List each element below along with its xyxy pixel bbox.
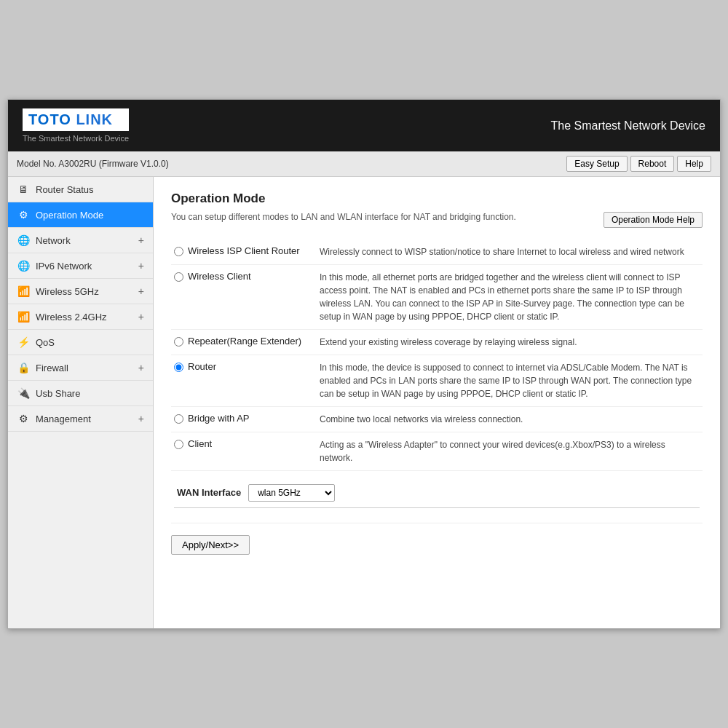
wireless5-icon: 📶 <box>17 285 30 297</box>
header-tagline: The Smartest Network Device <box>550 119 705 132</box>
router-label: Router <box>188 361 216 372</box>
sidebar-item-label-operation-mode: Operation Mode <box>36 210 103 221</box>
repeater-desc: Extend your existing wireless coverage b… <box>317 330 703 355</box>
sidebar-item-usb-share[interactable]: 🔌 Usb Share <box>8 381 153 406</box>
sidebar-item-label-usb: Usb Share <box>36 388 80 399</box>
sidebar-item-label-wireless24: Wireless 2.4GHz <box>36 312 107 323</box>
sidebar-item-ipv6-network[interactable]: 🌐 IPv6 Network + <box>8 253 153 279</box>
help-button[interactable]: Help <box>677 156 711 172</box>
network-expand-icon: + <box>138 234 144 246</box>
repeater-radio[interactable] <box>174 337 183 347</box>
logo-subtitle: The Smartest Network Device <box>23 134 129 143</box>
logo-link: LINK <box>76 111 113 127</box>
page-title: Operation Mode <box>171 191 703 206</box>
mode-table: Wireless ISP Client Router Wirelessly co… <box>171 240 703 523</box>
management-expand-icon: + <box>138 413 144 424</box>
bridge-ap-label: Bridge with AP <box>188 413 250 424</box>
repeater-radio-label[interactable]: Repeater(Range Extender) <box>174 336 314 347</box>
easy-setup-button[interactable]: Easy Setup <box>566 156 627 172</box>
sidebar-item-wireless-24ghz[interactable]: 📶 Wireless 2.4GHz + <box>8 304 153 330</box>
bridge-ap-radio-label[interactable]: Bridge with AP <box>174 413 314 424</box>
wireless5-expand-icon: + <box>138 285 144 297</box>
network-icon: 🌐 <box>17 234 30 246</box>
sidebar-item-label-ipv6: IPv6 Network <box>36 261 92 272</box>
model-buttons: Easy Setup Reboot Help <box>566 156 711 172</box>
wisp-radio-label[interactable]: Wireless ISP Client Router <box>174 245 314 256</box>
router-radio-label[interactable]: Router <box>174 361 314 372</box>
router-status-icon: 🖥 <box>17 183 30 195</box>
apply-next-button[interactable]: Apply/Next>> <box>171 535 250 555</box>
sidebar-item-label-qos: QoS <box>36 337 55 348</box>
wireless-client-label: Wireless Client <box>188 271 251 282</box>
wan-interface-label: WAN Interface <box>177 486 241 500</box>
wisp-radio[interactable] <box>174 247 183 256</box>
sidebar: 🖥 Router Status ⚙ Operation Mode 🌐 Netwo… <box>8 177 154 628</box>
wireless-client-desc: In this mode, all ethernet ports are bri… <box>317 265 703 330</box>
sidebar-item-label-network: Network <box>36 235 71 246</box>
wireless24-icon: 📶 <box>17 311 30 323</box>
table-row: Repeater(Range Extender) Extend your exi… <box>171 330 703 355</box>
firewall-icon: 🔒 <box>17 362 30 373</box>
repeater-label: Repeater(Range Extender) <box>188 336 301 347</box>
main-layout: 🖥 Router Status ⚙ Operation Mode 🌐 Netwo… <box>8 177 720 628</box>
usb-icon: 🔌 <box>17 387 30 399</box>
reboot-button[interactable]: Reboot <box>630 156 675 172</box>
wireless-client-radio-label[interactable]: Wireless Client <box>174 271 314 282</box>
header: TOTO LINK The Smartest Network Device Th… <box>8 100 720 151</box>
wan-interface-row: WAN Interface wlan 5GHz wlan 2.4GHz <box>171 471 703 523</box>
firewall-expand-icon: + <box>138 362 144 373</box>
sidebar-item-router-status[interactable]: 🖥 Router Status <box>8 177 153 202</box>
section-divider <box>174 507 700 508</box>
router-desc: In this mode, the device is supposed to … <box>317 355 703 407</box>
sidebar-item-firewall[interactable]: 🔒 Firewall + <box>8 355 153 381</box>
wan-interface-select[interactable]: wlan 5GHz wlan 2.4GHz <box>248 484 335 502</box>
page-description: You can setup different modes to LAN and… <box>171 212 516 222</box>
logo-toto: TOTO <box>28 111 71 127</box>
ipv6-icon: 🌐 <box>17 260 30 272</box>
sidebar-item-network[interactable]: 🌐 Network + <box>8 228 153 253</box>
sidebar-item-operation-mode[interactable]: ⚙ Operation Mode <box>8 202 153 228</box>
client-radio-label[interactable]: Client <box>174 438 314 449</box>
bridge-ap-radio[interactable] <box>174 414 183 424</box>
content-area: Operation Mode You can setup different m… <box>154 177 720 628</box>
sidebar-item-label-firewall: Firewall <box>36 363 68 373</box>
table-row: Wireless Client In this mode, all ethern… <box>171 265 703 330</box>
table-row: Bridge with AP Combine two local network… <box>171 407 703 432</box>
management-icon: ⚙ <box>17 413 30 424</box>
bridge-ap-desc: Combine two local networks via wireless … <box>317 407 703 432</box>
sidebar-item-qos[interactable]: ⚡ QoS <box>8 330 153 355</box>
wireless-client-radio[interactable] <box>174 272 183 282</box>
table-row: Wireless ISP Client Router Wirelessly co… <box>171 240 703 265</box>
model-bar: Model No. A3002RU (Firmware V1.0.0) Easy… <box>8 151 720 177</box>
client-label: Client <box>188 438 212 449</box>
logo-area: TOTO LINK The Smartest Network Device <box>23 108 129 143</box>
table-row: Router In this mode, the device is suppo… <box>171 355 703 407</box>
operation-mode-help-button[interactable]: Operation Mode Help <box>604 212 703 228</box>
ipv6-expand-icon: + <box>138 260 144 272</box>
app-wrapper: TOTO LINK The Smartest Network Device Th… <box>7 99 721 629</box>
sidebar-item-label-management: Management <box>36 414 91 424</box>
page-desc-row: You can setup different modes to LAN and… <box>171 212 703 228</box>
wan-interface-group: WAN Interface wlan 5GHz wlan 2.4GHz <box>174 477 700 505</box>
sidebar-item-label-wireless5: Wireless 5GHz <box>36 286 99 297</box>
table-row: Client Acting as a "Wireless Adapter" to… <box>171 432 703 471</box>
wisp-label: Wireless ISP Client Router <box>188 245 300 256</box>
sidebar-item-wireless-5ghz[interactable]: 📶 Wireless 5GHz + <box>8 279 153 304</box>
operation-mode-icon: ⚙ <box>17 209 30 221</box>
client-desc: Acting as a "Wireless Adapter" to connec… <box>317 432 703 471</box>
client-radio[interactable] <box>174 440 183 449</box>
logo-box: TOTO LINK <box>23 108 129 131</box>
router-radio[interactable] <box>174 363 183 372</box>
logo-text: TOTO LINK <box>28 111 113 127</box>
wisp-desc: Wirelessly connect to WISP station/notic… <box>317 240 703 265</box>
sidebar-item-label-router-status: Router Status <box>36 184 94 195</box>
qos-icon: ⚡ <box>17 336 30 348</box>
sidebar-item-management[interactable]: ⚙ Management + <box>8 406 153 432</box>
model-text: Model No. A3002RU (Firmware V1.0.0) <box>17 159 169 169</box>
wireless24-expand-icon: + <box>138 311 144 323</box>
